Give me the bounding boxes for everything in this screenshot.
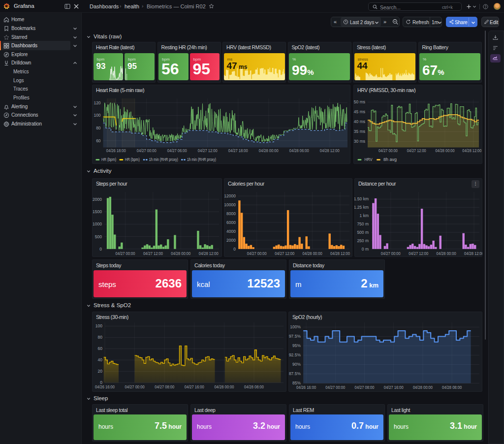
svg-text:80: 80 bbox=[98, 335, 103, 340]
svg-text:12000: 12000 bbox=[224, 193, 236, 198]
svg-text:04/28 00:00: 04/28 00:00 bbox=[214, 384, 234, 389]
svg-text:87.5%: 87.5% bbox=[289, 371, 301, 376]
svg-text:10000: 10000 bbox=[224, 202, 236, 207]
svg-text:1000: 1000 bbox=[93, 222, 102, 226]
svg-text:04/28 00:00: 04/28 00:00 bbox=[413, 385, 433, 390]
svg-text:0: 0 bbox=[99, 247, 102, 252]
svg-text:120: 120 bbox=[94, 100, 100, 105]
svg-text:04/28 12:00: 04/28 12:00 bbox=[464, 251, 482, 256]
svg-text:HR (bpm): HR (bpm) bbox=[101, 157, 116, 162]
svg-text:04/27 16:00: 04/27 16:00 bbox=[384, 385, 404, 390]
svg-text:750 m: 750 m bbox=[357, 222, 369, 226]
svg-text:100: 100 bbox=[94, 113, 100, 118]
svg-text:90%: 90% bbox=[292, 362, 301, 367]
svg-text:04/26 16:00: 04/26 16:00 bbox=[296, 385, 316, 390]
svg-text:1.50 km: 1.50 km bbox=[354, 196, 369, 201]
svg-text:0: 0 bbox=[233, 247, 236, 252]
svg-text:04/28 00:00: 04/28 00:00 bbox=[437, 251, 456, 256]
svg-text:20: 20 bbox=[98, 369, 103, 374]
svg-text:500: 500 bbox=[95, 234, 102, 239]
svg-text:04/27 08:00: 04/27 08:00 bbox=[355, 385, 375, 390]
svg-text:100: 100 bbox=[95, 323, 102, 328]
svg-text:04/26 16:00: 04/26 16:00 bbox=[95, 384, 115, 389]
svg-text:6000: 6000 bbox=[226, 220, 236, 225]
svg-text:04/28 12:00: 04/28 12:00 bbox=[199, 251, 219, 256]
svg-text:04/26 18:00: 04/26 18:00 bbox=[106, 148, 126, 153]
svg-text:30 ms: 30 ms bbox=[354, 139, 365, 144]
svg-text:04/27 12:00: 04/27 12:00 bbox=[275, 251, 294, 256]
svg-text:95%: 95% bbox=[292, 343, 301, 348]
svg-text:250 m: 250 m bbox=[357, 238, 369, 243]
svg-text:80: 80 bbox=[96, 126, 101, 130]
svg-text:04/27 06:00: 04/27 06:00 bbox=[167, 148, 187, 153]
svg-text:04/27 00:00: 04/27 00:00 bbox=[137, 148, 157, 153]
svg-text:04/28 00:00: 04/28 00:00 bbox=[259, 148, 279, 153]
svg-text:04/28 00:00: 04/28 00:00 bbox=[171, 251, 190, 256]
svg-text:4000: 4000 bbox=[226, 229, 236, 234]
svg-text:04/27 18:00: 04/27 18:00 bbox=[228, 148, 248, 153]
svg-text:04/27 12:00: 04/27 12:00 bbox=[409, 251, 428, 256]
svg-text:04/28 08:00: 04/28 08:00 bbox=[442, 385, 462, 390]
svg-text:60: 60 bbox=[96, 138, 101, 143]
svg-text:04/27 00:00: 04/27 00:00 bbox=[125, 384, 145, 389]
svg-text:04/28 12:00: 04/28 12:00 bbox=[330, 251, 350, 256]
svg-text:45 ms: 45 ms bbox=[354, 109, 365, 114]
svg-text:100%: 100% bbox=[290, 324, 301, 329]
svg-text:35 ms: 35 ms bbox=[354, 129, 365, 134]
svg-text:04/28 06:00: 04/28 06:00 bbox=[289, 148, 309, 153]
svg-text:8h avg: 8h avg bbox=[383, 157, 397, 162]
svg-text:1h min (RHR proxy): 1h min (RHR proxy) bbox=[149, 157, 178, 162]
svg-text:HR (bpm): HR (bpm) bbox=[125, 157, 140, 162]
svg-text:04/27 00:00: 04/27 00:00 bbox=[378, 148, 398, 153]
svg-text:04/27 00:00: 04/27 00:00 bbox=[116, 251, 135, 256]
svg-text:97.5%: 97.5% bbox=[289, 334, 301, 339]
svg-text:92.5%: 92.5% bbox=[289, 352, 301, 357]
svg-text:04/27 12:00: 04/27 12:00 bbox=[143, 251, 163, 256]
svg-text:0 m: 0 m bbox=[362, 247, 369, 252]
svg-text:2000: 2000 bbox=[93, 197, 102, 202]
svg-text:50 ms: 50 ms bbox=[354, 99, 365, 104]
svg-text:04/28 12:00: 04/28 12:00 bbox=[462, 148, 481, 153]
svg-text:40 ms: 40 ms bbox=[354, 119, 365, 124]
svg-text:04/27 00:00: 04/27 00:00 bbox=[247, 251, 267, 256]
svg-text:HRV: HRV bbox=[365, 157, 373, 162]
svg-text:1 km: 1 km bbox=[360, 213, 369, 218]
svg-text:500 m: 500 m bbox=[357, 230, 369, 235]
svg-text:04/27 12:00: 04/27 12:00 bbox=[407, 148, 426, 153]
svg-text:04/27 08:00: 04/27 08:00 bbox=[155, 384, 174, 389]
svg-text:40: 40 bbox=[98, 357, 103, 362]
svg-text:04/28 00:00: 04/28 00:00 bbox=[303, 251, 322, 256]
svg-text:04/28 12:00: 04/28 12:00 bbox=[320, 148, 340, 153]
svg-text:04/27 00:00: 04/27 00:00 bbox=[325, 385, 345, 390]
svg-text:04/27 12:00: 04/27 12:00 bbox=[198, 148, 218, 153]
svg-text:1500: 1500 bbox=[93, 209, 102, 214]
svg-text:04/27 00:00: 04/27 00:00 bbox=[381, 251, 401, 256]
svg-text:04/28 08:00: 04/28 08:00 bbox=[244, 384, 264, 389]
svg-text:1.25 km: 1.25 km bbox=[354, 205, 369, 210]
svg-text:2000: 2000 bbox=[226, 238, 236, 243]
svg-text:04/28 00:00: 04/28 00:00 bbox=[436, 148, 455, 153]
svg-text:60: 60 bbox=[98, 346, 103, 351]
svg-text:8000: 8000 bbox=[226, 211, 236, 216]
svg-text:04/27 16:00: 04/27 16:00 bbox=[185, 384, 204, 389]
svg-text:1h min (RHR proxy): 1h min (RHR proxy) bbox=[187, 157, 216, 162]
